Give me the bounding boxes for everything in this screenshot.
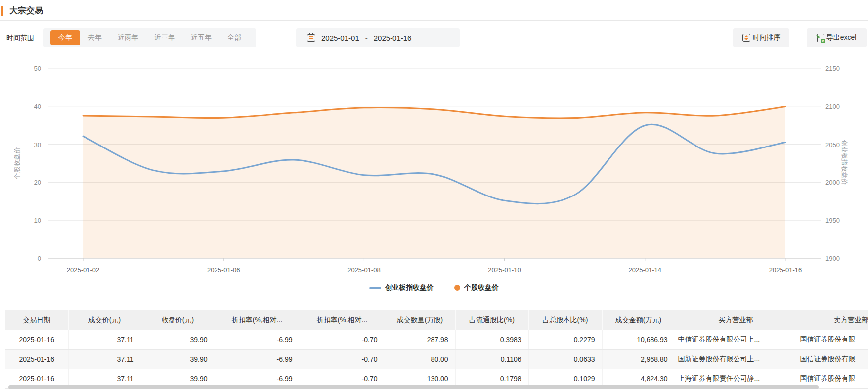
block-trade-page: 大宗交易 时间范围 今年去年近两年近三年近五年全部 2025-01-01 - 2… xyxy=(0,0,868,391)
table-cell: 0.1106 xyxy=(455,349,528,369)
date-range-picker[interactable]: 2025-01-01 - 2025-01-16 xyxy=(296,28,460,47)
header-divider xyxy=(0,20,868,21)
table-header-cell-3: 折扣率(%,相对... xyxy=(215,310,300,330)
table-cell: -6.99 xyxy=(215,330,300,349)
time-range-label: 时间范围 xyxy=(6,28,34,47)
table-header-cell-7: 占总股本比(%) xyxy=(528,310,602,330)
right-axis-tick-label: 1950 xyxy=(825,217,840,224)
date-end-value[interactable]: 2025-01-16 xyxy=(374,34,412,42)
time-range-option-5[interactable]: 全部 xyxy=(219,30,249,45)
toolbar: 时间范围 今年去年近两年近三年近五年全部 2025-01-01 - 2025-0… xyxy=(0,28,868,47)
legend-item-1[interactable]: 个股收盘价 xyxy=(454,283,499,292)
series-area-1 xyxy=(83,107,785,258)
x-axis-label: 2025-01-10 xyxy=(488,266,521,274)
date-range-separator: - xyxy=(365,34,368,42)
trades-table: 交易日期成交价(元)收盘价(元)折扣率(%,相对...折扣率(%,相对...成交… xyxy=(5,310,868,389)
table-cell: 10,686.93 xyxy=(602,330,675,349)
table-header-cell-0: 交易日期 xyxy=(5,310,68,330)
table-cell: 国新证券股份有限公司上... xyxy=(675,349,797,369)
time-range-option-2[interactable]: 近两年 xyxy=(110,30,146,45)
table-cell: 37.11 xyxy=(68,330,141,349)
right-axis-tick-label: 2150 xyxy=(825,65,840,72)
left-axis-tick-label: 20 xyxy=(34,179,41,186)
time-range-option-1[interactable]: 去年 xyxy=(80,30,110,45)
table-cell: 39.90 xyxy=(141,330,215,349)
chart-legend: 创业板指收盘价个股收盘价 xyxy=(0,283,868,292)
table-cell: 0.2279 xyxy=(528,330,602,349)
table-cell: 37.11 xyxy=(68,349,141,369)
table-cell: -6.99 xyxy=(215,349,300,369)
date-start-value[interactable]: 2025-01-01 xyxy=(321,34,359,42)
x-axis-label: 2025-01-14 xyxy=(629,266,662,274)
table-header-cell-9: 买方营业部 xyxy=(675,310,797,330)
table-row-0[interactable]: 2025-01-1637.1139.90-6.99-0.70287.980.39… xyxy=(5,330,868,349)
table-header-cell-8: 成交金额(万元) xyxy=(602,310,675,330)
left-axis-tick-label: 50 xyxy=(34,65,41,72)
table-cell: -0.70 xyxy=(300,349,385,369)
table-cell: 国信证券股份有限 xyxy=(797,349,868,369)
time-sort-button-label: 时间排序 xyxy=(753,33,781,42)
legend-label: 创业板指收盘价 xyxy=(385,283,434,292)
time-range-option-0[interactable]: 今年 xyxy=(50,30,80,45)
x-axis-label: 2025-01-08 xyxy=(347,266,381,274)
legend-line-marker xyxy=(369,287,381,289)
table-cell: 0.0633 xyxy=(528,349,602,369)
title-bar: 大宗交易 xyxy=(0,0,868,20)
legend-label: 个股收盘价 xyxy=(464,283,499,292)
sort-arrows-icon xyxy=(742,34,750,42)
calendar-icon xyxy=(307,34,315,42)
right-axis-tick-label: 1900 xyxy=(825,255,840,262)
time-sort-button[interactable]: 时间排序 xyxy=(733,28,789,47)
time-range-group: 今年去年近两年近三年近五年全部 xyxy=(43,28,256,47)
legend-circle-marker xyxy=(454,285,460,291)
time-range-option-4[interactable]: 近五年 xyxy=(183,30,219,45)
table-header-cell-6: 占流通股比(%) xyxy=(455,310,528,330)
table-header-cell-4: 折扣率(%,相对... xyxy=(300,310,385,330)
left-axis-title: 个股收盘价 xyxy=(13,147,22,180)
x-axis-label: 2025-01-16 xyxy=(769,266,802,274)
table-header-cell-2: 收盘价(元) xyxy=(141,310,215,330)
table-row-1[interactable]: 2025-01-1637.1139.90-6.99-0.7080.000.110… xyxy=(5,349,868,369)
legend-item-0[interactable]: 创业板指收盘价 xyxy=(369,283,434,292)
price-line-chart[interactable]: 010203040501900195020002050210021502025-… xyxy=(0,49,868,297)
left-axis-tick-label: 30 xyxy=(34,141,41,148)
table-cell: 2025-01-16 xyxy=(5,330,68,349)
table-header-cell-10: 卖方营业部 xyxy=(797,310,868,330)
excel-export-icon: x xyxy=(817,34,824,42)
page-title: 大宗交易 xyxy=(9,5,43,16)
right-axis-title: 创业板指收盘价 xyxy=(840,140,849,185)
right-axis-tick-label: 2100 xyxy=(825,103,840,110)
trades-table-wrap: 交易日期成交价(元)收盘价(元)折扣率(%,相对...折扣率(%,相对...成交… xyxy=(5,310,868,390)
export-excel-button-label: 导出excel xyxy=(826,33,857,42)
x-axis-label: 2025-01-06 xyxy=(207,266,240,274)
table-header-cell-1: 成交价(元) xyxy=(68,310,141,330)
table-cell: 39.90 xyxy=(141,349,215,369)
horizontal-scrollbar-thumb[interactable] xyxy=(8,385,819,389)
export-excel-button[interactable]: x 导出excel xyxy=(807,28,867,47)
table-cell: -0.70 xyxy=(300,330,385,349)
table-cell: 中信证券股份有限公司上... xyxy=(675,330,797,349)
right-axis-tick-label: 2000 xyxy=(825,179,840,186)
time-range-option-3[interactable]: 近三年 xyxy=(146,30,183,45)
table-cell: 80.00 xyxy=(385,349,455,369)
x-axis-label: 2025-01-02 xyxy=(67,266,100,274)
table-header-cell-5: 成交数量(万股) xyxy=(385,310,455,330)
right-axis-tick-label: 2050 xyxy=(825,141,840,148)
table-cell: 2,968.80 xyxy=(602,349,675,369)
table-cell: 0.3983 xyxy=(455,330,528,349)
table-cell: 国信证券股份有限 xyxy=(797,330,868,349)
left-axis-tick-label: 0 xyxy=(38,255,41,262)
left-axis-tick-label: 10 xyxy=(34,217,41,224)
title-accent-bar xyxy=(1,6,3,16)
table-cell: 2025-01-16 xyxy=(5,349,68,369)
table-cell: 287.98 xyxy=(385,330,455,349)
left-axis-tick-label: 40 xyxy=(34,103,41,110)
table-header-row: 交易日期成交价(元)收盘价(元)折扣率(%,相对...折扣率(%,相对...成交… xyxy=(5,310,868,330)
